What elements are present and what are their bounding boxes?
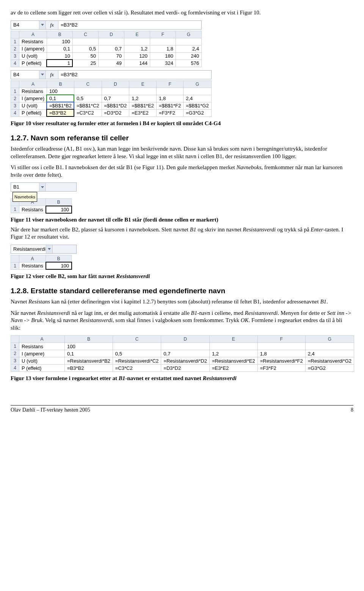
col-header[interactable]: B (47, 31, 72, 38)
chevron-down-icon[interactable] (39, 21, 46, 29)
cell[interactable]: =$B$1*G2 (184, 102, 211, 109)
fx-icon[interactable]: fx (46, 71, 58, 79)
corner-header[interactable] (11, 336, 19, 343)
col-header[interactable]: C (72, 31, 98, 38)
cell[interactable]: Resistans (19, 343, 65, 350)
cell[interactable]: 0,1 (65, 350, 113, 357)
name-box[interactable]: B1 Navneboks (11, 183, 46, 191)
cell[interactable] (150, 38, 176, 45)
fx-icon[interactable]: fx (46, 21, 58, 29)
cell[interactable] (157, 88, 184, 95)
cell[interactable]: 100 (47, 88, 74, 95)
col-header[interactable]: A (19, 80, 47, 88)
cell[interactable]: =G3*G2 (184, 109, 211, 116)
cell[interactable]: =C3*C2 (74, 109, 102, 116)
cell[interactable]: =$B$1*F2 (157, 102, 184, 109)
cell-selected[interactable]: =B3*B2 (47, 109, 74, 116)
col-header[interactable]: B (65, 336, 113, 343)
row-header[interactable]: 1 (11, 262, 19, 269)
cell[interactable]: =E3*E2 (209, 365, 257, 372)
cell[interactable] (209, 343, 257, 350)
cell[interactable]: =B3*B2 (65, 365, 113, 372)
cell[interactable]: 0,5 (72, 45, 98, 52)
cell[interactable]: =D3*D2 (161, 365, 210, 372)
chevron-down-icon[interactable] (46, 245, 52, 253)
col-header[interactable]: F (157, 80, 184, 88)
cell[interactable]: 1,8 (257, 350, 305, 357)
cell[interactable]: I (ampere) (19, 350, 65, 357)
row-header[interactable]: 2 (11, 95, 19, 102)
cell[interactable]: 0,1 (47, 95, 74, 102)
row-header[interactable]: 4 (11, 365, 19, 372)
cell[interactable]: 0,7 (161, 350, 210, 357)
cell-selected[interactable]: 1 (47, 60, 72, 67)
cell[interactable]: =$B$1*C2 (74, 102, 102, 109)
cell[interactable] (102, 88, 129, 95)
cell[interactable]: =Resistansverdi*G2 (305, 357, 354, 365)
name-box[interactable]: B4 (11, 21, 46, 29)
name-box[interactable]: B4 (11, 71, 46, 79)
cell[interactable]: =$B$1*B2 (47, 102, 74, 109)
formula-input[interactable]: =B3*B2 (58, 71, 211, 79)
cell[interactable]: 324 (150, 60, 176, 67)
cell[interactable]: =F3*F2 (157, 109, 184, 116)
cell[interactable]: =Resistansverdi*B2 (65, 357, 113, 365)
chevron-down-icon[interactable] (39, 183, 46, 191)
col-header[interactable]: A (19, 336, 65, 343)
cell[interactable]: 50 (72, 52, 98, 60)
cell[interactable]: 100 (47, 38, 72, 45)
cell[interactable]: Resistans (19, 262, 46, 269)
col-header[interactable]: B (46, 255, 72, 262)
row-header[interactable]: 1 (11, 38, 19, 45)
col-header[interactable]: G (184, 80, 211, 88)
col-header[interactable]: F (150, 31, 176, 38)
row-header[interactable]: 1 (11, 206, 19, 213)
grid[interactable]: A B C D E F G 1 Resistans 100 2 I (amper… (11, 31, 202, 67)
row-header[interactable]: 3 (11, 52, 19, 60)
cell[interactable]: =Resistansverdi*C2 (113, 357, 161, 365)
cell[interactable]: 1,2 (124, 45, 150, 52)
cell[interactable] (72, 38, 98, 45)
col-header[interactable]: A (19, 255, 46, 262)
cell[interactable]: 1,2 (209, 350, 257, 357)
cell[interactable] (129, 88, 157, 95)
cell[interactable]: =F3*F2 (257, 365, 305, 372)
cell[interactable]: P (effekt) (19, 365, 65, 372)
cell[interactable]: U (volt) (19, 52, 47, 60)
cell[interactable]: 0,1 (47, 45, 72, 52)
cell[interactable]: U (volt) (19, 102, 47, 109)
cell[interactable]: 2,4 (184, 95, 211, 102)
cell[interactable]: =C3*C2 (113, 365, 161, 372)
cell[interactable]: 1,2 (129, 95, 157, 102)
cell[interactable]: 10 (47, 52, 72, 60)
col-header[interactable]: D (98, 31, 124, 38)
cell[interactable] (98, 38, 124, 45)
cell[interactable] (124, 38, 150, 45)
col-header[interactable]: G (176, 31, 201, 38)
cell[interactable]: Resistans (19, 38, 47, 45)
chevron-down-icon[interactable] (39, 71, 46, 79)
cell[interactable]: 70 (98, 52, 124, 60)
col-header[interactable]: D (161, 336, 210, 343)
col-header[interactable]: A (19, 31, 47, 38)
cell[interactable]: 49 (98, 60, 124, 67)
formula-input[interactable]: =B3*B2 (58, 21, 201, 29)
cell[interactable]: P (effekt) (19, 109, 47, 116)
grid[interactable]: A B 1 Resistans 100 (11, 255, 72, 270)
cell[interactable]: =Resistansverdi*E2 (209, 357, 257, 365)
cell[interactable]: 144 (124, 60, 150, 67)
grid[interactable]: A B C D E F G 1 Resistans 100 2 I (amper… (11, 80, 212, 117)
cell[interactable]: Resistans (19, 88, 47, 95)
col-header[interactable]: B (46, 199, 72, 206)
cell[interactable]: 2,4 (176, 45, 201, 52)
cell[interactable]: 0,5 (74, 95, 102, 102)
col-header[interactable]: E (129, 80, 157, 88)
cell[interactable]: 180 (150, 52, 176, 60)
col-header[interactable]: C (74, 80, 102, 88)
row-header[interactable]: 2 (11, 350, 19, 357)
row-header[interactable]: 2 (11, 45, 19, 52)
cell[interactable]: =E3*E2 (129, 109, 157, 116)
cell[interactable]: 2,4 (305, 350, 354, 357)
col-header[interactable]: E (124, 31, 150, 38)
cell[interactable] (113, 343, 161, 350)
